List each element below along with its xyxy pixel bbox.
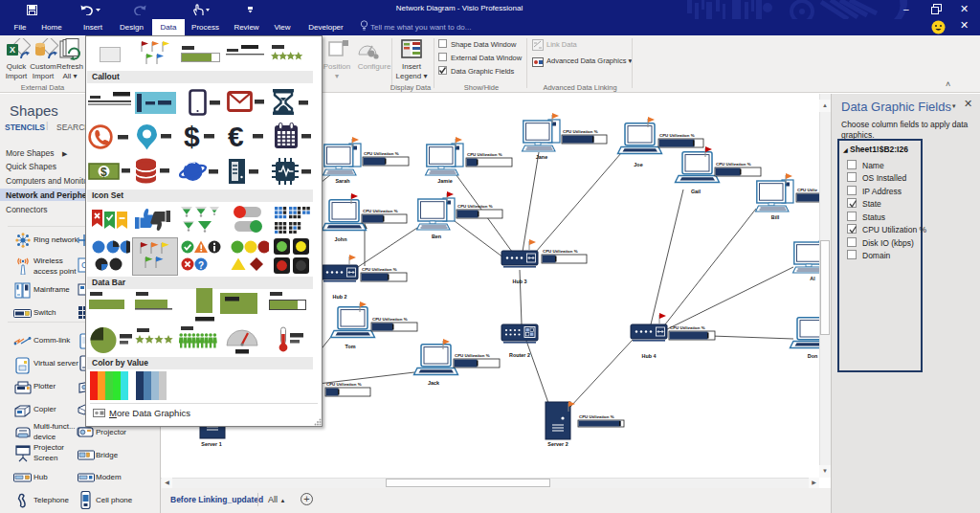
svg-text:CPU Utilization %: CPU Utilization %	[563, 129, 598, 134]
svg-text:Server 2: Server 2	[547, 441, 568, 447]
svg-text:Jane: Jane	[536, 154, 547, 160]
svg-text:Ben: Ben	[432, 234, 441, 239]
svg-text:CPU Utilization %: CPU Utilization %	[364, 151, 399, 156]
svg-text:Router 2: Router 2	[509, 352, 530, 358]
svg-text:Hub 3: Hub 3	[513, 279, 527, 284]
svg-text:Don: Don	[808, 353, 817, 359]
svg-text:Hub 4: Hub 4	[642, 353, 657, 359]
svg-text:CPU Utilization %: CPU Utilization %	[455, 353, 490, 358]
svg-text:CPU Utilization %: CPU Utilization %	[543, 249, 578, 254]
svg-text:Tom: Tom	[345, 344, 356, 349]
svg-text:Hub 2: Hub 2	[333, 294, 347, 300]
svg-text:CPU Utilization %: CPU Utilization %	[362, 267, 397, 272]
svg-text:CPU Utilization %: CPU Utilization %	[579, 414, 614, 419]
svg-text:Jack: Jack	[428, 380, 439, 386]
svg-text:€: €	[228, 123, 244, 150]
svg-text:John: John	[335, 236, 347, 242]
svg-text:CPU Utilization %: CPU Utilization %	[363, 209, 398, 213]
svg-text:CPU Utilization %: CPU Utilization %	[716, 162, 751, 167]
svg-text:$: $	[184, 123, 200, 150]
svg-text:Jamie: Jamie	[437, 178, 452, 184]
svg-text:Gail: Gail	[691, 189, 702, 194]
svg-text:CPU Utiliz: CPU Utiliz	[797, 188, 818, 192]
svg-text:CPU Utilization %: CPU Utilization %	[659, 133, 695, 138]
svg-text:Bill: Bill	[771, 214, 780, 220]
svg-text:X: X	[10, 45, 15, 55]
svg-text:CPU Utilization %: CPU Utilization %	[326, 382, 362, 387]
svg-text:$: $	[100, 166, 107, 179]
svg-text:Joe: Joe	[634, 162, 642, 167]
svg-text:CPU Utilization %: CPU Utilization %	[457, 204, 493, 209]
svg-text:CPU Utilization %: CPU Utilization %	[372, 317, 408, 322]
svg-text:?: ?	[198, 260, 204, 271]
svg-text:Sarah: Sarah	[336, 178, 350, 184]
svg-text:Al: Al	[810, 276, 815, 281]
svg-text:Server 1: Server 1	[201, 441, 221, 447]
svg-text:CPU Utilization %: CPU Utilization %	[670, 325, 705, 330]
svg-text:CPU Utilization %: CPU Utilization %	[467, 152, 502, 157]
